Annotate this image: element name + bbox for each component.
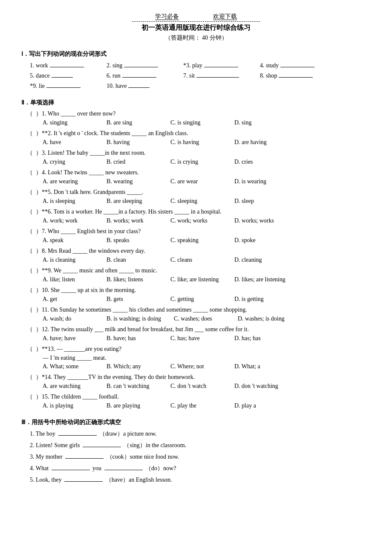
mc-q9-paren-close: ）**9. We _____ music and often _____ to … — [36, 267, 157, 275]
mc-q7-options: A. speak B. speaks C. speaking D. spoke — [26, 237, 371, 244]
header-top-row: 学习必备 欢迎下载 — [21, 13, 371, 20]
mc-q6-opt-a: A. work; work — [43, 217, 94, 224]
mc-q14-opt-b: B. can 't watching — [107, 383, 158, 390]
part3-title: Ⅲ．用括号中所给动词的正确形式填空 — [21, 419, 371, 426]
part1-item-10: 10. have — [107, 82, 175, 90]
fill-num-5: 5. Look, they — [30, 477, 62, 483]
fill-blank-2[interactable] — [83, 441, 121, 447]
mc-q4-options: A. are wearing B. wearing C. are wear D.… — [26, 178, 371, 185]
mc-q8-opt-a: A. is cleaning — [43, 257, 94, 263]
part1-blank-7[interactable] — [196, 72, 239, 78]
fill-item-3: 3. My mother （cook）some nice food now. — [21, 453, 371, 461]
mc-q1-text: （ ）1. Who _____ over there now? — [26, 110, 371, 118]
mc-q2-opt-b: B. having — [107, 139, 158, 146]
part1-blank-10[interactable] — [128, 82, 150, 88]
mc-q1-opt-a: A. singing — [43, 119, 94, 126]
mc-q13-extra: — I 'm eating _____ meat. — [26, 355, 371, 361]
mc-q9-opt-d: D. likes; are listening — [234, 276, 285, 283]
fill-num-1: 1. The boy — [30, 431, 55, 437]
fill-blank-1[interactable] — [58, 430, 97, 436]
mc-question-4: （ ）4. Look! The twins _____ new sweaters… — [21, 169, 371, 185]
mc-q9-options: A. like; listen B. likes; listens C. lik… — [26, 276, 371, 283]
mc-q4-opt-a: A. are wearing — [43, 178, 94, 185]
fill-blank-5[interactable] — [64, 476, 103, 482]
part1-label-3: *3. play — [183, 62, 202, 69]
mc-q10-paren-close: ）10. She _____ up at six in the morning. — [36, 286, 136, 294]
mc-q10-opt-b: B. gets — [107, 296, 158, 303]
section-part2: Ⅱ．单项选择 （ ）1. Who _____ over there now? A… — [21, 99, 371, 409]
fill-num-4: 4. What — [30, 465, 49, 471]
part1-label-7: 7. sit — [183, 72, 195, 79]
mc-q13-opt-a: A. What; some — [43, 363, 94, 370]
mc-q3-options: A. crying B. cried C. is crying D. cries — [26, 159, 371, 165]
mc-q4-opt-d: D. is wearing — [234, 178, 285, 185]
mc-question-10: （ ）10. She _____ up at six in the mornin… — [21, 286, 371, 303]
part1-blank-6[interactable] — [122, 72, 156, 78]
part1-blank-8[interactable] — [279, 72, 313, 78]
mc-question-11: （ ）11. On Sunday he sometimes _____ his … — [21, 306, 371, 322]
fill-blank-4a[interactable] — [52, 464, 90, 470]
mc-q2-paren-open: （ — [26, 130, 34, 137]
mc-q5-opt-d: D. sleep — [234, 198, 285, 205]
mc-question-13: （ ）**13. — _______are you eating? — I 'm… — [21, 345, 371, 370]
mc-q7-paren-close: ）7. Who _____ English best in your class… — [36, 228, 141, 235]
mc-q5-opt-c: C. sleeping — [170, 198, 222, 205]
part1-label-6: 6. run — [107, 72, 121, 79]
mc-q15-text: （ ）15. The children _____ football. — [26, 393, 371, 401]
fill-item-4: 4. What you （do）now? — [21, 464, 371, 472]
part1-item-5: 5. dance — [30, 72, 98, 79]
fill-verb-1: （draw）a picture now. — [99, 431, 157, 437]
part1-blank-9[interactable] — [46, 82, 81, 88]
section-part3: Ⅲ．用括号中所给动词的正确形式填空 1. The boy （draw）a pic… — [21, 419, 371, 484]
mc-q8-paren-open: （ — [26, 247, 34, 255]
mc-q13-paren-close: ）**13. — _______are you eating? — [36, 345, 121, 353]
part1-blank-1[interactable] — [50, 61, 84, 67]
mc-q1-opt-b: B. are sing — [107, 119, 158, 126]
mc-q2-opt-c: C. is having — [170, 139, 222, 146]
part1-item-7: 7. sit — [183, 72, 251, 79]
mc-q2-opt-a: A. have — [43, 139, 94, 146]
mc-q7-opt-a: A. speak — [43, 237, 94, 244]
part1-blank-4[interactable] — [280, 61, 314, 67]
mc-q6-opt-c: C. work; works — [170, 217, 222, 224]
mc-q11-opt-d: D. washes; is doing — [238, 315, 289, 322]
fill-blank-4b[interactable] — [104, 464, 143, 470]
mc-q5-text: （ ）**5. Don 't talk here. Grandparents _… — [26, 188, 371, 196]
part1-blank-2[interactable] — [124, 61, 158, 67]
mc-q3-text: （ ）3. Listen! The baby _____in the next … — [26, 149, 371, 157]
fill-you-4: you — [92, 465, 101, 471]
mc-q3-opt-d: D. cries — [234, 159, 285, 165]
mc-q7-opt-c: C. speaking — [170, 237, 222, 244]
fill-verb-2: （sing）in the classroom. — [124, 442, 186, 448]
mc-q4-opt-c: C. are wear — [170, 178, 222, 185]
mc-q2-text: （ ）**2. It 's eight o ' clock. The stude… — [26, 130, 371, 137]
fill-blank-3[interactable] — [65, 453, 104, 459]
part2-title: Ⅱ．单项选择 — [21, 99, 371, 107]
mc-q13-opt-b: B. Which; any — [107, 363, 158, 370]
part1-item-2: 2. sing — [107, 61, 175, 69]
mc-q2-options: A. have B. having C. is having D. are ha… — [26, 139, 371, 146]
mc-q5-options: A. is sleeping B. are sleeping C. sleepi… — [26, 198, 371, 205]
part1-label-8: 8. shop — [260, 72, 277, 79]
mc-q12-paren-open: （ — [26, 326, 34, 333]
mc-q12-opt-d: D. has; has — [234, 335, 285, 342]
mc-q3-opt-c: C. is crying — [170, 159, 222, 165]
fill-verb-4: （do）now? — [145, 465, 176, 471]
mc-q4-text: （ ）4. Look! The twins _____ new sweaters… — [26, 169, 371, 176]
part1-title: Ⅰ．写出下列动词的现在分词形式 — [21, 50, 371, 58]
mc-q7-text: （ ）7. Who _____ English best in your cla… — [26, 228, 371, 235]
mc-q13-opt-d: D. What; a — [234, 363, 285, 370]
part1-label-10: 10. have — [107, 83, 127, 90]
mc-q10-paren-open: （ — [26, 286, 34, 294]
part1-item-8: 8. shop — [260, 72, 328, 79]
mc-q4-paren-open: （ — [26, 169, 34, 176]
mc-q10-options: A. get B. gets C. getting D. is getting — [26, 296, 371, 303]
mc-q12-opt-b: B. have; has — [107, 335, 158, 342]
mc-q10-opt-d: D. is getting — [234, 296, 285, 303]
main-title: 初一英语通用版现在进行时综合练习 — [21, 23, 371, 32]
part1-blank-5[interactable] — [52, 72, 73, 78]
mc-q3-paren-close: ）3. Listen! The baby _____in the next ro… — [36, 149, 146, 157]
part1-blank-3[interactable] — [204, 61, 238, 67]
mc-q4-paren-close: ）4. Look! The twins _____ new sweaters. — [36, 169, 139, 176]
mc-q13-paren-open: （ — [26, 345, 34, 353]
